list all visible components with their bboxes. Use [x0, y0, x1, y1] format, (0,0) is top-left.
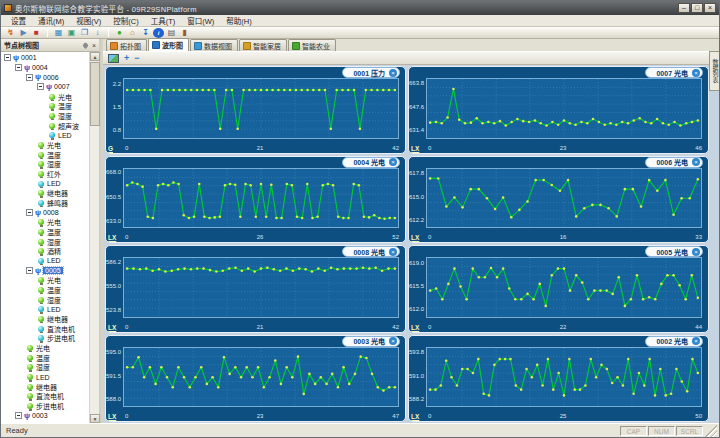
menu-item-4[interactable]: 工具(T) — [145, 15, 182, 26]
tree-sensor-item[interactable]: LED — [1, 372, 89, 382]
tree-sensor-item[interactable]: 超声波 — [1, 121, 89, 131]
tree-sensor-item[interactable]: 直流电机 — [1, 392, 89, 402]
tab-拓扑图[interactable]: 拓扑图 — [106, 39, 147, 51]
collapse-icon[interactable] — [15, 412, 22, 419]
x-axis-tick: 42 — [383, 324, 399, 331]
tree-sensor-item[interactable]: 温度 — [1, 285, 89, 295]
tree-sensor-item[interactable]: 湿度 — [1, 237, 89, 247]
menu-item-2[interactable]: 视图(V) — [70, 15, 107, 26]
info-icon[interactable]: i — [153, 28, 164, 38]
tree-node-0005[interactable]: ψ0005 — [1, 266, 89, 276]
tree-sensor-item[interactable]: 温度 — [1, 353, 89, 363]
menu-item-5[interactable]: 窗口(W) — [181, 15, 220, 26]
menu-item-3[interactable]: 控制(C) — [107, 15, 144, 26]
connect-icon[interactable]: ↯ — [5, 28, 16, 38]
menu-item-6[interactable]: 帮助(H) — [220, 15, 257, 26]
download-icon[interactable]: ↓ — [92, 28, 103, 38]
close-button[interactable]: × — [704, 3, 716, 13]
tree-sensor-item[interactable]: 湿度 — [1, 159, 89, 169]
tree-node-0001[interactable]: ψ0001 — [1, 53, 89, 63]
collapse-icon[interactable] — [26, 267, 33, 274]
update-icon[interactable]: ↧ — [140, 28, 151, 38]
stop-icon[interactable]: ■ — [31, 28, 42, 38]
data-list-side-tab[interactable]: 数据列表 — [709, 51, 719, 91]
tab-label: 智能农业 — [302, 41, 330, 51]
menu-item-0[interactable]: 设置 — [5, 15, 32, 26]
tree-node-0003[interactable]: ψ0003 — [1, 411, 89, 421]
collapse-icon[interactable] — [37, 83, 44, 90]
menu-item-1[interactable]: 通讯(M) — [32, 15, 70, 26]
run-icon[interactable]: ▶ — [18, 28, 29, 38]
minimize-button[interactable]: – — [678, 3, 690, 13]
tree-node-0004[interactable]: ψ0004 — [1, 63, 89, 73]
zoom-in-icon[interactable]: + — [124, 53, 129, 63]
tree-sensor-item[interactable]: LED — [1, 130, 89, 140]
chart-title: 0008 光电 — [353, 247, 385, 257]
chart-close-icon[interactable]: × — [389, 69, 397, 77]
chart-close-icon[interactable]: × — [692, 69, 700, 77]
tree-node-0006[interactable]: ψ0006 — [1, 72, 89, 82]
collapse-icon[interactable] — [15, 64, 22, 71]
tree-sensor-item[interactable]: 温度 — [1, 150, 89, 160]
tree-sensor-item[interactable]: 湿度 — [1, 111, 89, 121]
chart-title: 0006 光电 — [656, 157, 688, 167]
tree-sensor-item[interactable]: 蜂鸣器 — [1, 198, 89, 208]
scroll-up-icon[interactable]: ▲ — [90, 52, 100, 61]
tab-数据视图[interactable]: 数据视图 — [190, 39, 238, 51]
tree-sensor-item[interactable]: LED — [1, 256, 89, 266]
tree-sensor-item[interactable]: 步进电机 — [1, 333, 89, 343]
tree-sensor-item[interactable]: 继电器 — [1, 188, 89, 198]
y-axis-tick: 612.0 — [409, 306, 424, 313]
tree-sensor-item[interactable]: 继电器 — [1, 382, 89, 392]
globe-icon[interactable]: ● — [114, 28, 125, 38]
zoom-out-icon[interactable]: − — [134, 53, 139, 63]
home-icon[interactable]: ⌂ — [127, 28, 138, 38]
chart-close-icon[interactable]: × — [692, 337, 700, 345]
maximize-button[interactable]: □ — [691, 3, 703, 13]
tree-sensor-item[interactable]: LED — [1, 304, 89, 314]
chart-close-icon[interactable]: × — [692, 248, 700, 256]
exit-icon[interactable]: ▮ — [179, 28, 190, 38]
tree-sensor-item[interactable]: 酒精 — [1, 246, 89, 256]
tab-智能家居[interactable]: 智能家居 — [239, 39, 287, 51]
chart-plot-area — [123, 347, 399, 408]
window-icon[interactable]: ❐ — [79, 28, 90, 38]
export-icon[interactable]: ▦ — [53, 28, 64, 38]
axis-unit-label: LX — [411, 145, 419, 152]
chart-close-icon[interactable]: × — [389, 248, 397, 256]
tree-node-0008[interactable]: ψ0008 — [1, 208, 89, 218]
tree-scrollbar[interactable]: ▲ ▼ — [89, 52, 99, 423]
pin-icon[interactable] — [82, 41, 89, 48]
tree-sensor-item[interactable]: 湿度 — [1, 363, 89, 373]
panel-close-icon[interactable]: × — [92, 42, 96, 49]
image-icon[interactable]: ▣ — [66, 28, 77, 38]
snapshot-icon[interactable] — [108, 54, 119, 63]
tree-sensor-item[interactable]: LED — [1, 179, 89, 189]
tree-sensor-item[interactable]: 红外 — [1, 169, 89, 179]
collapse-icon[interactable] — [26, 74, 33, 81]
tree-sensor-item[interactable]: 湿度 — [1, 295, 89, 305]
tree-sensor-item[interactable]: 直流电机 — [1, 324, 89, 334]
resize-grip[interactable] — [705, 425, 717, 437]
collapse-icon[interactable] — [26, 209, 33, 216]
tab-智能农业[interactable]: 智能农业 — [288, 39, 336, 51]
tree-sensor-item[interactable]: 继电器 — [1, 314, 89, 324]
tree-sensor-item[interactable]: 步进电机 — [1, 401, 89, 411]
scroll-down-icon[interactable]: ▼ — [90, 414, 100, 423]
chart-close-icon[interactable]: × — [692, 158, 700, 166]
chart-close-icon[interactable]: × — [389, 158, 397, 166]
tab-波形图[interactable]: 波形图 — [148, 38, 189, 51]
tree-node-0007[interactable]: ψ0007 — [1, 82, 89, 92]
tree-sensor-item[interactable]: 光电 — [1, 92, 89, 102]
chart-close-icon[interactable]: × — [389, 337, 397, 345]
tree-sensor-item[interactable]: 光电 — [1, 140, 89, 150]
scroll-thumb[interactable] — [90, 62, 100, 126]
tree-sensor-item[interactable]: 温度 — [1, 227, 89, 237]
tree-sensor-item[interactable]: 光电 — [1, 217, 89, 227]
tree-sensor-item[interactable]: 温度 — [1, 101, 89, 111]
tree-sensor-item[interactable]: 光电 — [1, 275, 89, 285]
collapse-icon[interactable] — [4, 54, 11, 61]
keyboard-icon[interactable]: ▤ — [166, 28, 177, 38]
tree-sensor-item[interactable]: 光电 — [1, 343, 89, 353]
y-axis-tick: 555.0 — [106, 283, 121, 290]
